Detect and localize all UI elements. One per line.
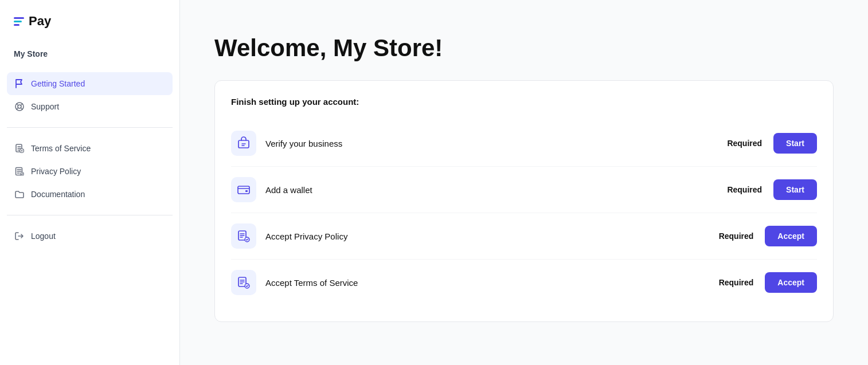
nav-bottom: Logout bbox=[0, 220, 179, 252]
setup-card: Finish setting up your account: Verify y… bbox=[214, 80, 834, 322]
accept-privacy-icon bbox=[231, 223, 256, 249]
sidebar-item-support[interactable]: Support bbox=[7, 95, 173, 118]
nav-secondary: Terms of Service Privacy Policy Document… bbox=[0, 132, 179, 210]
nav-divider-2 bbox=[7, 215, 173, 215]
logo-text: Pay bbox=[29, 14, 51, 29]
add-wallet-required: Required bbox=[727, 185, 762, 194]
logo-bar-2 bbox=[14, 21, 22, 22]
sidebar-item-logout[interactable]: Logout bbox=[7, 225, 173, 248]
setup-item-add-wallet: Add a wallet Required Start bbox=[231, 167, 817, 213]
logo: Pay bbox=[0, 0, 179, 40]
sidebar-item-privacy[interactable]: Privacy Policy bbox=[7, 160, 173, 183]
verify-business-icon bbox=[231, 131, 256, 156]
sidebar-item-docs[interactable]: Documentation bbox=[7, 183, 173, 206]
folder-icon bbox=[14, 189, 25, 200]
sidebar-item-terms[interactable]: Terms of Service bbox=[7, 137, 173, 160]
sidebar-item-logout-label: Logout bbox=[31, 231, 56, 241]
accept-privacy-required: Required bbox=[719, 231, 754, 241]
logo-icon bbox=[14, 17, 24, 26]
setup-item-accept-tos: Accept Terms of Service Required Accept bbox=[231, 260, 817, 305]
main-content: Welcome, My Store! Finish setting up you… bbox=[180, 0, 868, 365]
verify-business-label: Verify your business bbox=[265, 139, 727, 148]
logo-bar-1 bbox=[14, 17, 24, 19]
sidebar-item-terms-label: Terms of Service bbox=[31, 144, 91, 153]
accept-tos-label: Accept Terms of Service bbox=[265, 278, 719, 288]
setup-item-accept-privacy: Accept Privacy Policy Required Accept bbox=[231, 213, 817, 260]
sidebar-item-getting-started[interactable]: Getting Started bbox=[7, 72, 173, 95]
privacy-icon bbox=[14, 166, 25, 177]
verify-business-required: Required bbox=[727, 139, 762, 148]
nav-primary: Getting Started Support bbox=[0, 68, 179, 123]
add-wallet-icon bbox=[231, 177, 256, 202]
document-icon bbox=[14, 143, 25, 154]
logo-bar-3 bbox=[14, 24, 19, 26]
support-icon bbox=[14, 101, 25, 112]
sidebar-item-getting-started-label: Getting Started bbox=[31, 79, 85, 88]
accept-privacy-button[interactable]: Accept bbox=[765, 226, 817, 246]
sidebar-item-docs-label: Documentation bbox=[31, 190, 85, 199]
add-wallet-label: Add a wallet bbox=[265, 185, 727, 195]
setup-item-verify-business: Verify your business Required Start bbox=[231, 120, 817, 167]
welcome-title: Welcome, My Store! bbox=[214, 34, 834, 62]
logout-icon bbox=[14, 230, 25, 242]
accept-tos-required: Required bbox=[719, 278, 754, 287]
accept-privacy-label: Accept Privacy Policy bbox=[265, 231, 719, 241]
accept-tos-icon bbox=[231, 270, 256, 295]
accept-tos-button[interactable]: Accept bbox=[765, 272, 817, 293]
svg-rect-7 bbox=[238, 186, 249, 194]
store-name: My Store bbox=[0, 40, 179, 68]
nav-divider-1 bbox=[7, 127, 173, 128]
sidebar-item-support-label: Support bbox=[31, 102, 59, 111]
svg-rect-8 bbox=[245, 190, 248, 192]
flag-icon bbox=[14, 78, 25, 89]
verify-business-start-button[interactable]: Start bbox=[773, 133, 817, 154]
sidebar: Pay My Store Getting Started Support bbox=[0, 0, 180, 365]
setup-section-title: Finish setting up your account: bbox=[231, 97, 817, 107]
svg-point-1 bbox=[18, 105, 21, 108]
sidebar-item-privacy-label: Privacy Policy bbox=[31, 167, 81, 176]
add-wallet-start-button[interactable]: Start bbox=[773, 179, 817, 200]
